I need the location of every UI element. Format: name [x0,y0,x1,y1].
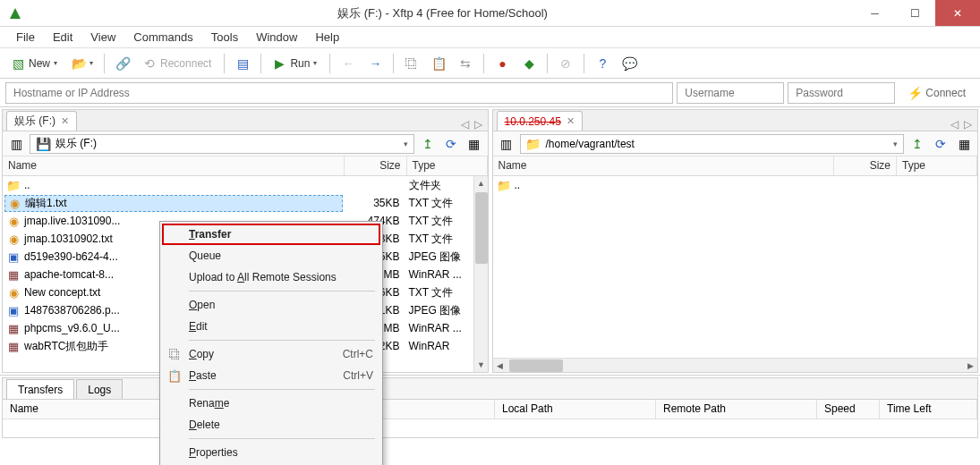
separator [189,291,375,292]
tab-next-icon[interactable]: ▷ [964,118,972,131]
play-icon: ▶ [272,56,286,71]
paste-button[interactable]: 📋 [426,52,451,75]
refresh-button[interactable]: ⟳ [441,134,461,154]
image-file-icon: ▣ [6,303,21,317]
menu-window[interactable]: Window [247,28,306,46]
scroll-down-icon[interactable]: ▼ [474,358,488,372]
scroll-thumb[interactable] [475,192,488,264]
username-input[interactable] [677,82,784,104]
ctx-open[interactable]: Open [162,294,380,316]
scroll-right-icon[interactable]: ▶ [963,359,977,373]
col-name[interactable]: Name [493,156,835,175]
globe-button[interactable]: ● [490,52,515,75]
col-local[interactable]: Local Path [495,400,656,418]
folder-icon: 📁 [6,178,21,192]
local-tab[interactable]: 娱乐 (F:) ✕ [6,111,77,131]
refresh-button[interactable]: ⟳ [931,134,950,154]
col-size[interactable]: Size [834,156,897,175]
reconnect-button[interactable]: ⟲ Reconnect [137,52,218,75]
tab-transfers[interactable]: Transfers [6,379,74,399]
col-size[interactable]: Size [345,156,407,175]
menu-help[interactable]: Help [306,28,348,46]
maximize-button[interactable]: ☐ [895,0,935,26]
menu-tools[interactable]: Tools [202,28,247,46]
reconnect-label: Reconnect [160,57,211,70]
tab-next-icon[interactable]: ▷ [474,118,482,131]
col-remote[interactable]: Remote Path [656,400,817,418]
text-file-icon: ◉ [6,232,21,246]
remote-path-input[interactable]: 📁 /home/vagrant/test ▾ [520,134,905,154]
properties-button[interactable]: ▤ [230,52,255,75]
ctx-transfer[interactable]: Transfer [162,224,380,245]
up-button[interactable]: ↥ [908,134,927,154]
file-name: apache-tomcat-8... [24,268,114,281]
stop-icon: ⊘ [558,56,573,71]
run-button[interactable]: ▶ Run ▾ [267,52,324,75]
local-tabstrip: 娱乐 (F:) ✕ ◁ ▷ [3,110,488,131]
col-time[interactable]: Time Left [880,400,977,418]
ctx-rename[interactable]: Rename [162,393,380,414]
new-button[interactable]: ▧ New ▾ [5,52,64,75]
history-button[interactable]: ▥ [497,134,516,154]
ctx-copy[interactable]: ⿻ Copy Ctrl+C [162,343,380,365]
menu-file[interactable]: File [7,28,44,46]
menu-edit[interactable]: Edit [44,28,81,46]
history-button[interactable]: ▥ [6,134,26,154]
col-name[interactable]: Name [3,156,345,175]
separator [393,54,394,73]
host-input[interactable] [5,82,673,104]
ctx-properties[interactable]: Properties [162,442,380,463]
col-speed[interactable]: Speed [817,400,880,418]
local-path-input[interactable]: 💾 娱乐 (F:) ▾ [30,134,414,154]
tab-prev-icon[interactable]: ◁ [950,118,959,131]
help-button[interactable]: ? [590,52,615,75]
up-button[interactable]: ↥ [418,134,438,154]
link-button[interactable]: 🔗 [110,52,135,75]
ctx-edit[interactable]: Edit [162,316,380,337]
nav-back-button[interactable]: ← [336,52,361,75]
file-name: 编辑1.txt [25,196,67,211]
col-type[interactable]: Type [897,156,977,175]
help-icon: ? [595,56,609,71]
password-input[interactable] [788,82,895,104]
close-icon[interactable]: ✕ [61,115,69,127]
tab-prev-icon[interactable]: ◁ [461,118,469,131]
ctx-queue[interactable]: Queue [162,245,380,266]
stop-button[interactable]: ⊘ [553,52,578,75]
minimize-button[interactable]: ─ [855,0,895,26]
open-button[interactable]: 📂▾ [66,52,98,75]
menu-commands[interactable]: Commands [124,28,201,46]
list-item[interactable]: ◉编辑1.txt35KBTXT 文件 [3,194,488,212]
ctx-upload-all[interactable]: Upload to All Remote Sessions [162,266,380,288]
close-button[interactable]: ✕ [935,0,980,26]
shield-button[interactable]: ◆ [516,52,541,75]
ctx-paste[interactable]: 📋 Paste Ctrl+V [162,365,380,386]
view-button[interactable]: ▦ [464,134,484,154]
connect-button[interactable]: ⚡ Connect [899,82,975,104]
close-icon[interactable]: ✕ [567,115,575,127]
about-button[interactable]: 💬 [617,52,642,75]
vertical-scrollbar[interactable]: ▲ ▼ [473,176,488,372]
scroll-thumb[interactable] [509,359,563,372]
caret-icon: ▾ [89,59,93,67]
scroll-left-icon[interactable]: ◀ [493,359,507,373]
remote-tabstrip: 10.0.250.45 ✕ ◁ ▷ [493,110,978,131]
view-button[interactable]: ▦ [954,134,974,154]
copy-button[interactable]: ⿻ [399,52,424,75]
menu-view[interactable]: View [81,28,124,46]
sync-button[interactable]: ⇆ [453,52,478,75]
col-type[interactable]: Type [407,156,488,175]
caret-icon: ▾ [893,140,898,148]
ctx-delete[interactable]: Delete [162,414,380,435]
remote-list-header: Name Size Type [493,156,978,176]
tab-logs[interactable]: Logs [76,379,123,399]
image-file-icon: ▣ [6,249,21,264]
horizontal-scrollbar[interactable]: ◀ ▶ [493,358,978,372]
scroll-up-icon[interactable]: ▲ [474,176,488,190]
nav-forward-button[interactable]: → [362,52,388,75]
file-name: .. [515,179,521,191]
list-item[interactable]: 📁.. [493,176,978,194]
list-item[interactable]: 📁..文件夹 [3,176,488,194]
remote-tab[interactable]: 10.0.250.45 ✕ [497,111,583,131]
new-icon: ▧ [11,56,25,71]
